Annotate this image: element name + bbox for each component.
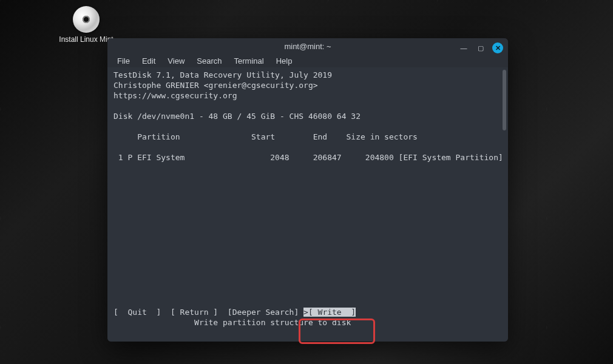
disc-icon bbox=[73, 6, 100, 33]
menu-terminal[interactable]: Terminal bbox=[229, 55, 269, 67]
term-header: Partition Start End Size in sectors bbox=[113, 132, 418, 141]
partition-row: 1 P EFI System 2048 206847 204800 [EFI S… bbox=[113, 153, 508, 162]
window-minimize-button[interactable]: — bbox=[458, 42, 469, 53]
menu-help[interactable]: Help bbox=[271, 55, 297, 67]
menu-view[interactable]: View bbox=[163, 55, 189, 67]
term-line: TestDisk 7.1, Data Recovery Utility, Jul… bbox=[113, 70, 332, 79]
menu-file[interactable]: File bbox=[112, 55, 135, 67]
menu-edit[interactable]: Edit bbox=[137, 55, 160, 67]
option-hint: Write partition structure to disk bbox=[113, 318, 351, 327]
testdisk-options[interactable]: [ Quit ] [ Return ] [Deeper Search] >[ W… bbox=[113, 308, 356, 317]
window-close-button[interactable]: ✕ bbox=[492, 42, 503, 53]
window-maximize-button[interactable]: ▢ bbox=[475, 42, 486, 53]
window-titlebar[interactable]: mint@mint: ~ — ▢ ✕ bbox=[107, 38, 508, 54]
menu-search[interactable]: Search bbox=[192, 55, 226, 67]
term-line: Disk /dev/nvme0n1 - 48 GB / 45 GiB - CHS… bbox=[113, 112, 361, 121]
term-line: https://www.cgsecurity.org bbox=[113, 91, 237, 100]
terminal-window: mint@mint: ~ — ▢ ✕ File Edit View Search… bbox=[107, 38, 508, 342]
term-line: Christophe GRENIER <grenier@cgsecurity.o… bbox=[113, 81, 318, 90]
menubar: File Edit View Search Terminal Help bbox=[107, 54, 508, 67]
option-write-selected[interactable]: >[ Write ] bbox=[303, 308, 356, 317]
terminal-scrollbar[interactable] bbox=[503, 70, 506, 130]
window-title: mint@mint: ~ bbox=[284, 42, 331, 51]
terminal-output[interactable]: TestDisk 7.1, Data Recovery Utility, Jul… bbox=[107, 67, 508, 342]
